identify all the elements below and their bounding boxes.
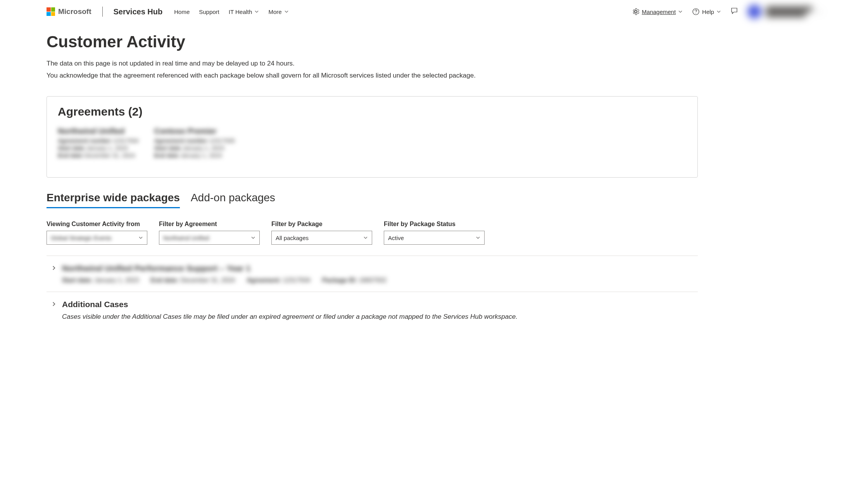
chevron-down-icon	[251, 235, 255, 240]
logo-section: Microsoft Services Hub	[47, 7, 162, 17]
avatar	[747, 5, 761, 19]
package-title: Northwind Unified Performance Support – …	[62, 264, 693, 273]
nav-it-health-label: IT Health	[229, 9, 252, 15]
microsoft-logo-icon	[47, 7, 55, 16]
filter-package-dropdown[interactable]: All packages	[271, 231, 372, 245]
package-desc: Cases visible under the Additional Cases…	[62, 313, 693, 321]
nav-it-health[interactable]: IT Health	[229, 9, 259, 15]
page-title: Customer Activity	[47, 33, 698, 51]
chevron-down-icon	[363, 235, 368, 240]
filter-agreement-label: Filter by Agreement	[159, 221, 260, 228]
filter-viewing-dropdown[interactable]: Global Strategic Events	[47, 231, 147, 245]
filter-agreement-dropdown[interactable]: Northwind Unified	[159, 231, 260, 245]
microsoft-logo[interactable]: Microsoft	[47, 7, 91, 16]
app-name[interactable]: Services Hub	[114, 7, 163, 16]
gear-icon	[632, 8, 640, 16]
filters: Viewing Customer Activity from Global St…	[47, 221, 698, 245]
header: Microsoft Services Hub Home Support IT H…	[0, 0, 868, 23]
nav-more[interactable]: More	[268, 9, 288, 15]
nav: Home Support IT Health More	[174, 9, 288, 15]
chevron-right-icon	[51, 265, 57, 271]
profile-menu[interactable]: ██████████████ ████████████	[747, 5, 821, 19]
filter-status: Filter by Package Status Active	[384, 221, 485, 245]
package-meta: Start date: January 1, 2023 End date: De…	[62, 277, 693, 284]
chevron-down-icon	[716, 9, 721, 14]
brand-divider	[102, 7, 103, 17]
subtitle-2: You acknowledge that the agreement refer…	[47, 70, 698, 81]
chevron-down-icon	[476, 235, 480, 240]
package-title-additional: Additional Cases	[62, 300, 693, 309]
chevron-down-icon	[138, 235, 143, 240]
tab-addon[interactable]: Add-on packages	[191, 192, 275, 208]
nav-help-label: Help	[702, 9, 714, 15]
filter-status-dropdown[interactable]: Active	[384, 231, 485, 245]
agreements-card: Agreements (2) Northwind Unified Agreeme…	[47, 96, 698, 178]
help-icon	[692, 8, 700, 16]
chevron-right-icon	[51, 301, 57, 307]
package-content: Northwind Unified Performance Support – …	[62, 264, 693, 284]
tab-enterprise[interactable]: Enterprise wide packages	[47, 192, 180, 208]
package-row[interactable]: Northwind Unified Performance Support – …	[47, 256, 698, 292]
filter-viewing: Viewing Customer Activity from Global St…	[47, 221, 147, 245]
filter-agreement: Filter by Agreement Northwind Unified	[159, 221, 260, 245]
agreements-title: Agreements (2)	[58, 105, 687, 118]
nav-management-label: Management	[642, 9, 676, 15]
chevron-down-icon	[254, 9, 259, 14]
package-row-additional[interactable]: Additional Cases Cases visible under the…	[47, 292, 698, 328]
profile-text: ██████████████ ████████████	[766, 6, 812, 17]
chevron-down-icon	[678, 9, 683, 14]
subtitle-1: The data on this page is not updated in …	[47, 58, 698, 69]
brand-text: Microsoft	[58, 7, 91, 16]
filter-viewing-label: Viewing Customer Activity from	[47, 221, 147, 228]
filter-package: Filter by Package All packages	[271, 221, 372, 245]
nav-help[interactable]: Help	[692, 8, 721, 16]
agreements-list: Northwind Unified Agreement number 12317…	[58, 127, 687, 159]
agreement-item[interactable]: Contoso Premier Agreement number 1231793…	[154, 127, 235, 159]
nav-home[interactable]: Home	[174, 9, 190, 15]
filter-status-label: Filter by Package Status	[384, 221, 485, 228]
package-content: Additional Cases Cases visible under the…	[62, 300, 693, 321]
nav-support[interactable]: Support	[199, 9, 219, 15]
package-tabs: Enterprise wide packages Add-on packages	[47, 192, 698, 208]
nav-management[interactable]: Management	[632, 8, 683, 16]
header-right: Management Help ██████████████ █████████…	[632, 5, 821, 19]
package-list: Northwind Unified Performance Support – …	[47, 256, 698, 328]
feedback-button[interactable]	[730, 7, 738, 16]
agreement-item[interactable]: Northwind Unified Agreement number 12317…	[58, 127, 138, 159]
svg-point-1	[695, 13, 696, 14]
feedback-icon	[730, 7, 738, 15]
filter-package-label: Filter by Package	[271, 221, 372, 228]
chevron-down-icon	[284, 9, 289, 14]
chevron-down-icon	[817, 9, 821, 14]
nav-more-label: More	[268, 9, 281, 15]
